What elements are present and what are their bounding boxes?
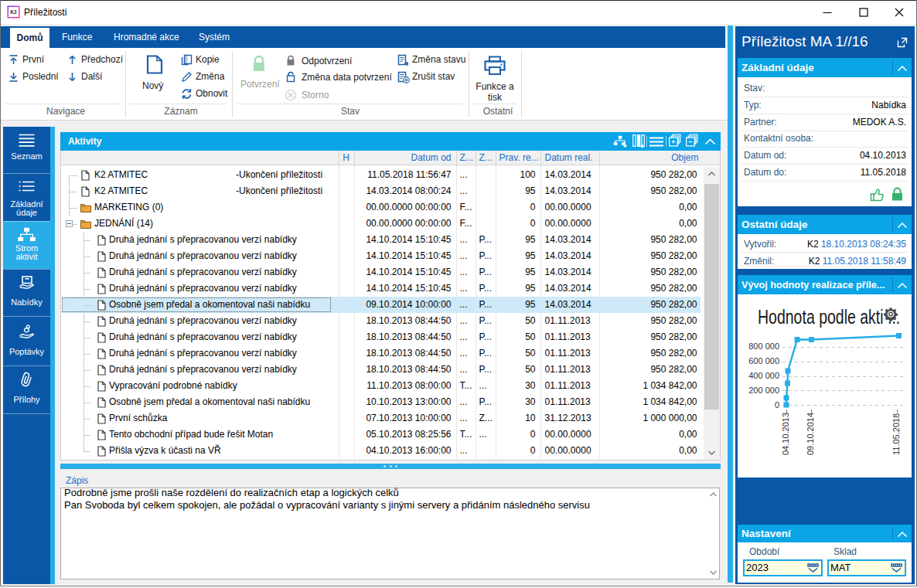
svg-text:K2: K2 xyxy=(10,9,17,15)
